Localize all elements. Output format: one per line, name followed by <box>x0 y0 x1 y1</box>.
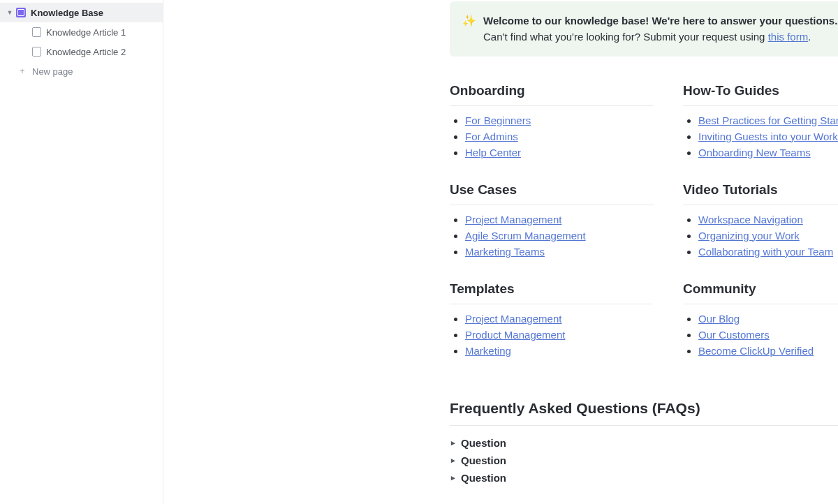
section-link[interactable]: Workspace Navigation <box>698 214 803 225</box>
list-item: Help Center <box>465 147 654 158</box>
section-heading: Video Tutorials <box>683 182 838 198</box>
list-item: Become ClickUp Verified <box>698 345 838 357</box>
chevron-down-icon: ▼ <box>6 9 14 16</box>
list-item: Product Management <box>465 329 654 341</box>
new-page-label: New page <box>32 66 73 77</box>
section-link[interactable]: Our Customers <box>698 329 770 341</box>
section-links: Our BlogOur CustomersBecome ClickUp Veri… <box>683 313 838 357</box>
section-link[interactable]: Product Management <box>465 329 565 341</box>
section-heading: How-To Guides <box>683 83 838 98</box>
section-links: Project ManagementProduct ManagementMark… <box>450 313 654 357</box>
list-item: Our Customers <box>698 329 838 341</box>
sidebar-item-article[interactable]: Knowledge Article 1 <box>0 22 163 42</box>
section-link[interactable]: For Admins <box>465 131 518 142</box>
section-divider <box>683 205 838 205</box>
section: Video TutorialsWorkspace NavigationOrgan… <box>683 182 838 258</box>
callout-headline: Welcome to our knowledge base! We're her… <box>483 15 837 27</box>
list-item: For Beginners <box>465 114 654 126</box>
section: OnboardingFor BeginnersFor AdminsHelp Ce… <box>450 83 654 158</box>
section-link[interactable]: Help Center <box>465 147 521 158</box>
section-links: Best Practices for Getting StartedInviti… <box>683 114 838 158</box>
faq-question-label: Question <box>461 472 506 484</box>
right-column: How-To GuidesBest Practices for Getting … <box>683 83 838 380</box>
section-divider <box>450 105 654 106</box>
section-heading: Use Cases <box>450 182 654 198</box>
section-link[interactable]: Onboarding New Teams <box>698 147 811 158</box>
faq-heading: Frequently Asked Questions (FAQs) <box>450 400 838 417</box>
section-links: For BeginnersFor AdminsHelp Center <box>450 114 654 158</box>
section-link[interactable]: Project Management <box>465 313 561 325</box>
callout-body: Welcome to our knowledge base! We're her… <box>483 13 837 45</box>
sidebar-item-article[interactable]: Knowledge Article 2 <box>0 42 163 61</box>
list-item: Best Practices for Getting Started <box>698 114 838 126</box>
section-divider <box>683 105 838 106</box>
main-content: ✨ Welcome to our knowledge base! We're h… <box>163 0 838 504</box>
callout-form-link[interactable]: this form <box>768 31 809 43</box>
faq-question-label: Question <box>461 437 506 449</box>
section-links: Project ManagementAgile Scrum Management… <box>450 214 654 258</box>
section-link[interactable]: Collaborating with your Team <box>698 246 833 258</box>
list-item: Our Blog <box>698 313 838 325</box>
section-heading: Onboarding <box>450 83 654 98</box>
section-links: Workspace NavigationOrganizing your Work… <box>683 214 838 258</box>
page-icon <box>31 27 42 38</box>
list-item: Inviting Guests into your Workspace <box>698 131 838 142</box>
left-column: OnboardingFor BeginnersFor AdminsHelp Ce… <box>450 83 654 380</box>
sparkles-icon: ✨ <box>462 13 476 45</box>
list-item: Project Management <box>465 313 654 325</box>
section-link[interactable]: Marketing Teams <box>465 246 545 258</box>
knowledge-base-icon <box>15 7 27 18</box>
faq-item[interactable]: ▸Question <box>450 469 838 487</box>
list-item: Agile Scrum Management <box>465 230 654 242</box>
section-link[interactable]: Best Practices for Getting Started <box>698 114 838 126</box>
page-icon <box>31 46 42 57</box>
section-link[interactable]: Marketing <box>465 345 511 357</box>
callout-line2-pre: Can't find what you're looking for? Subm… <box>483 31 768 43</box>
triangle-right-icon: ▸ <box>451 456 455 465</box>
plus-icon: + <box>17 66 28 77</box>
section-link[interactable]: Agile Scrum Management <box>465 230 586 242</box>
list-item: Marketing Teams <box>465 246 654 258</box>
list-item: Organizing your Work <box>698 230 838 242</box>
section-link[interactable]: For Beginners <box>465 114 531 126</box>
section: TemplatesProject ManagementProduct Manag… <box>450 281 654 357</box>
list-item: Workspace Navigation <box>698 214 838 225</box>
list-item: For Admins <box>465 131 654 142</box>
section-link[interactable]: Become ClickUp Verified <box>698 345 814 357</box>
section-link[interactable]: Organizing your Work <box>698 230 800 242</box>
section-divider <box>450 304 654 304</box>
list-item: Project Management <box>465 214 654 225</box>
section: How-To GuidesBest Practices for Getting … <box>683 83 838 158</box>
sidebar-item-label: Knowledge Article 2 <box>46 47 126 57</box>
section: Use CasesProject ManagementAgile Scrum M… <box>450 182 654 258</box>
list-item: Marketing <box>465 345 654 357</box>
section-divider <box>450 205 654 205</box>
sidebar-root-label: Knowledge Base <box>31 8 103 18</box>
section: CommunityOur BlogOur CustomersBecome Cli… <box>683 281 838 357</box>
callout-line2-post: . <box>808 31 811 43</box>
sidebar-item-label: Knowledge Article 1 <box>46 27 126 38</box>
new-page-button[interactable]: + New page <box>0 61 163 81</box>
list-item: Onboarding New Teams <box>698 147 838 158</box>
faq-item[interactable]: ▸Question <box>450 452 838 469</box>
triangle-right-icon: ▸ <box>451 473 455 482</box>
section-link[interactable]: Our Blog <box>698 313 740 325</box>
section-link[interactable]: Inviting Guests into your Workspace <box>698 131 838 142</box>
sidebar: ▼ Knowledge Base Knowledge Article 1 Kno… <box>0 0 163 504</box>
faq-divider <box>450 425 838 426</box>
faq-question-label: Question <box>461 454 506 466</box>
welcome-callout: ✨ Welcome to our knowledge base! We're h… <box>450 1 838 57</box>
sidebar-item-knowledge-base[interactable]: ▼ Knowledge Base <box>0 3 163 22</box>
section-heading: Community <box>683 281 838 297</box>
triangle-right-icon: ▸ <box>451 438 455 447</box>
faq-item[interactable]: ▸Question <box>450 434 838 452</box>
section-heading: Templates <box>450 281 654 297</box>
list-item: Collaborating with your Team <box>698 246 838 258</box>
section-link[interactable]: Project Management <box>465 214 561 225</box>
section-divider <box>683 304 838 304</box>
